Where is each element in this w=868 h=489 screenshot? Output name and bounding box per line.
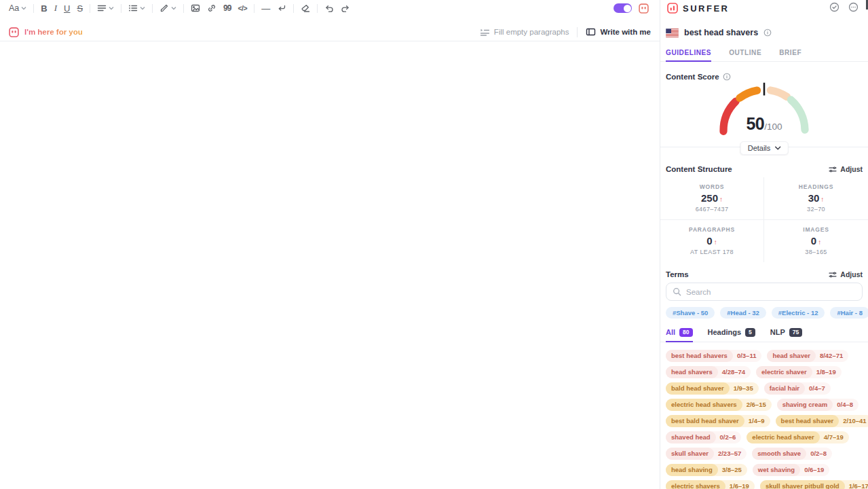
term-pill[interactable]: bald head shaver1/9–35 xyxy=(666,382,759,395)
redo-button[interactable] xyxy=(337,2,354,14)
underline-icon: U xyxy=(64,3,70,14)
sidebar-nav-tabs: GUIDELINES OUTLINE BRIEF xyxy=(660,45,868,62)
format-brush-button[interactable] xyxy=(156,2,180,14)
term-pill[interactable]: head shavers4/28–74 xyxy=(666,366,751,378)
ai-quote-box-icon xyxy=(639,3,649,14)
toggle-knob xyxy=(624,5,631,12)
list-icon xyxy=(128,3,138,13)
term-usage-stat: 1/8–19 xyxy=(812,366,842,378)
toolbar-divider xyxy=(90,4,90,13)
term-row: head shavers4/28–74electric shaver1/8–19 xyxy=(666,366,863,378)
term-pill[interactable]: electric head shavers2/6–15 xyxy=(666,399,772,411)
score-details-button[interactable]: Details xyxy=(740,141,789,155)
term-text: head shaving xyxy=(666,464,718,476)
terms-tab-all[interactable]: All80 xyxy=(666,325,693,342)
term-usage-stat: 4/28–74 xyxy=(718,366,751,378)
gauge-score: 50/100 xyxy=(660,114,868,134)
content-structure-grid: WORDS250↑6467–7437HEADINGS30↑32–70PARAGR… xyxy=(660,177,868,262)
tab-outline[interactable]: OUTLINE xyxy=(729,45,761,61)
fill-empty-paragraphs-label: Fill empty paragraphs xyxy=(494,28,569,36)
align-button[interactable] xyxy=(94,2,117,14)
underline-button[interactable]: U xyxy=(60,2,73,14)
topic-chip[interactable]: #Head - 32 xyxy=(720,307,766,319)
term-pill[interactable]: best head shavers0/3–11 xyxy=(666,350,761,362)
term-usage-stat: 4/7–19 xyxy=(820,431,849,443)
insert-link-button[interactable] xyxy=(204,2,220,14)
code-button[interactable]: </> xyxy=(234,2,250,14)
score-denominator: /100 xyxy=(764,122,782,132)
term-pill[interactable]: shaved head0/2–6 xyxy=(666,431,741,443)
write-with-me-button[interactable]: Write with me xyxy=(586,27,651,37)
topic-chip[interactable]: #Hair - 8 xyxy=(830,307,868,319)
check-circle-icon xyxy=(829,2,839,12)
text-style-button[interactable]: Aa xyxy=(5,2,30,14)
blockquote-button[interactable]: 99 xyxy=(220,2,234,14)
structure-adjust-button[interactable]: Adjust xyxy=(829,165,863,173)
info-icon[interactable] xyxy=(763,29,772,37)
brand-name: SURFER xyxy=(683,3,729,14)
toolbar-divider xyxy=(293,4,294,13)
metric-label: IMAGES xyxy=(767,226,865,233)
metric-headings: HEADINGS30↑32–70 xyxy=(764,177,868,220)
horizontal-rule-button[interactable]: — xyxy=(258,2,273,14)
hard-break-button[interactable] xyxy=(273,2,290,14)
assistant-actions: Fill empty paragraphs Write with me xyxy=(480,27,651,37)
terms-tab-headings[interactable]: Headings5 xyxy=(708,325,755,342)
undo-icon xyxy=(324,3,334,13)
toolbar-right-group xyxy=(614,2,654,14)
ai-quote-box-button[interactable] xyxy=(639,2,649,14)
undo-button[interactable] xyxy=(321,2,337,14)
chevron-down-icon xyxy=(140,6,145,10)
bold-icon: B xyxy=(41,3,47,14)
editor-canvas[interactable] xyxy=(0,42,660,489)
topic-chips: #Shave - 50#Head - 32#Electric - 12#Hair… xyxy=(666,307,868,319)
surfer-logo-icon xyxy=(667,3,678,14)
more-options-button[interactable] xyxy=(848,2,858,14)
insert-image-button[interactable] xyxy=(187,2,204,14)
write-with-me-label: Write with me xyxy=(600,28,651,36)
term-pill[interactable]: wet shaving0/6–19 xyxy=(753,464,829,476)
term-pill[interactable]: skull shaver pitbull gold1/6–17 xyxy=(760,480,868,489)
terms-tab-nlp[interactable]: NLP75 xyxy=(770,325,802,342)
ai-assistant-toggle[interactable] xyxy=(614,3,632,13)
term-pill[interactable]: electric head shaver4/7–19 xyxy=(747,431,848,443)
term-pill[interactable]: head shaver8/42–71 xyxy=(767,350,848,362)
term-text: head shaver xyxy=(767,350,815,362)
terms-header: Terms Adjust xyxy=(660,270,868,278)
query-title: best head shavers xyxy=(684,28,758,37)
term-pill[interactable]: best bald head shaver1/4–9 xyxy=(666,415,770,427)
term-pill[interactable]: shaving cream0/4–8 xyxy=(777,399,858,411)
topic-chip[interactable]: #Electric - 12 xyxy=(772,307,825,319)
term-pill[interactable]: electric shavers1/6–19 xyxy=(666,480,755,489)
list-button[interactable] xyxy=(125,2,149,14)
info-icon[interactable] xyxy=(723,73,731,81)
term-pill[interactable]: skull shaver2/23–57 xyxy=(666,448,747,460)
metric-value: 0↑ xyxy=(767,235,865,247)
tab-guidelines[interactable]: GUIDELINES xyxy=(666,45,711,61)
brand-row: SURFER xyxy=(660,0,868,16)
terms-tab-count-badge: 75 xyxy=(789,328,802,337)
metric-words: WORDS250↑6467–7437 xyxy=(660,177,764,220)
assistant-message[interactable]: I'm here for you xyxy=(9,27,83,37)
topic-chip[interactable]: #Shave - 50 xyxy=(666,307,715,319)
term-pill[interactable]: best head shaver2/10–41 xyxy=(776,415,868,427)
term-row: skull shaver2/23–57smooth shave0/2–8 xyxy=(666,448,863,460)
term-pill[interactable]: facial hair0/4–7 xyxy=(764,382,831,395)
fill-empty-paragraphs-button[interactable]: Fill empty paragraphs xyxy=(480,27,569,37)
term-pill[interactable]: electric shaver1/8–19 xyxy=(756,366,842,378)
terms-search-input[interactable] xyxy=(686,288,856,296)
term-usage-stat: 0/4–8 xyxy=(833,399,858,411)
term-pill[interactable]: head shaving3/8–25 xyxy=(666,464,747,476)
clear-formatting-button[interactable] xyxy=(297,2,314,14)
tab-brief[interactable]: BRIEF xyxy=(779,45,801,61)
strikethrough-button[interactable]: S xyxy=(73,2,86,14)
terms-adjust-button[interactable]: Adjust xyxy=(829,270,863,278)
metric-range: 6467–7437 xyxy=(663,206,761,213)
bold-button[interactable]: B xyxy=(37,2,50,14)
italic-button[interactable]: I xyxy=(51,2,60,14)
term-row: electric head shavers2/6–15shaving cream… xyxy=(666,399,863,411)
assistant-bar: I'm here for you Fill empty paragraphs W… xyxy=(0,23,660,41)
image-icon xyxy=(191,3,200,13)
term-pill[interactable]: smooth shave0/2–8 xyxy=(752,448,832,460)
mark-done-button[interactable] xyxy=(829,2,839,14)
